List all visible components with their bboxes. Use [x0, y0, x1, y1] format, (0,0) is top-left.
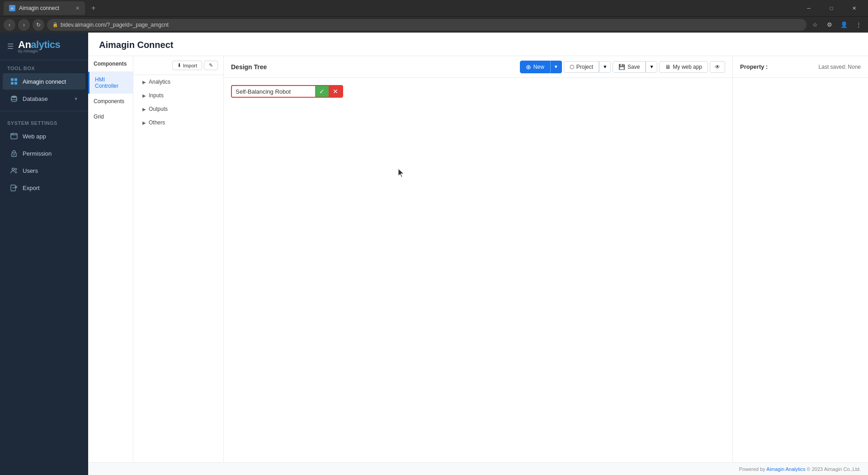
url-bar[interactable]: 🔒 bidev.aimagin.com/?_pageId=_page_amgcn…: [47, 19, 807, 31]
save-dropdown-btn[interactable]: ▼: [646, 61, 657, 73]
browser-chrome: A Aimagin connect ✕ + ─ □ ✕: [0, 0, 868, 16]
lock-icon: 🔒: [52, 22, 58, 27]
svg-point-11: [15, 168, 17, 170]
sidebar-label-permission: Permission: [23, 150, 52, 157]
svg-point-6: [12, 134, 13, 135]
sidebar-item-aimagin-connect[interactable]: Aimagin connect: [3, 73, 85, 90]
design-canvas: ✓ ✕: [224, 78, 732, 462]
tree-item-inputs[interactable]: ▶ Inputs: [133, 89, 223, 102]
close-btn[interactable]: ✕: [844, 0, 864, 16]
eye-icon: 👁: [715, 64, 720, 70]
bookmark-btn[interactable]: ☆: [809, 19, 821, 31]
components-panel: Components HMI Controller Components Gri…: [88, 56, 133, 462]
design-tree-header: Design Tree ⊕ New ▼: [224, 56, 732, 78]
sidebar-item-permission[interactable]: Permission: [3, 145, 85, 162]
minimize-btn[interactable]: ─: [798, 0, 819, 16]
tree-item-outputs[interactable]: ▶ Outputs: [133, 102, 223, 116]
extensions-btn[interactable]: ⚙: [824, 19, 835, 31]
system-settings-label: System settings: [0, 115, 88, 128]
sidebar-item-export[interactable]: Export: [3, 180, 85, 196]
panel-item-components[interactable]: Components: [88, 94, 133, 109]
new-btn-group: ⊕ New ▼: [520, 61, 562, 73]
footer-text: Powered by Aimagin Analytics © 2023 Aima…: [739, 466, 861, 472]
hamburger-icon[interactable]: ☰: [7, 42, 14, 51]
new-dropdown-btn[interactable]: ▼: [550, 61, 562, 73]
tab-favicon: A: [9, 5, 15, 11]
name-input-container: ✓ ✕: [231, 85, 343, 98]
tree-panel-actions: ⬇ Import ✎: [172, 61, 218, 70]
connect-icon: [10, 77, 18, 86]
svg-rect-2: [11, 82, 14, 85]
import-btn[interactable]: ⬇ Import: [172, 61, 202, 70]
svg-point-9: [14, 154, 15, 156]
save-btn[interactable]: 💾 Save: [613, 61, 646, 73]
project-btn-group: ⬡ Project ▼: [564, 61, 611, 73]
svg-point-10: [12, 168, 14, 171]
svg-point-4: [11, 96, 17, 98]
app-layout: ☰ Analytics by Aimagin Tool box: [0, 33, 868, 475]
tab-close-btn[interactable]: ✕: [75, 5, 80, 11]
address-row: ‹ › ↻ 🔒 bidev.aimagin.com/?_pageId=_page…: [0, 16, 868, 33]
svg-point-7: [13, 134, 14, 135]
others-arrow: ▶: [142, 120, 146, 125]
tree-item-analytics[interactable]: ▶ Analytics: [133, 75, 223, 89]
web-app-icon: [10, 132, 18, 140]
sidebar-label-database: Database: [23, 95, 48, 102]
sidebar-label-export: Export: [23, 185, 40, 191]
property-panel: Property : Last saved: None: [732, 56, 868, 462]
property-title: Property :: [740, 63, 768, 70]
save-icon: 💾: [618, 64, 625, 70]
preview-btn[interactable]: 👁: [710, 61, 725, 73]
sidebar-item-web-app[interactable]: Web app: [3, 128, 85, 144]
maximize-btn[interactable]: □: [821, 0, 842, 16]
brand-logo: Analytics by Aimagin: [18, 39, 60, 53]
analytics-arrow: ▶: [142, 80, 146, 85]
project-btn[interactable]: ⬡ Project: [564, 61, 599, 73]
users-icon: [10, 166, 18, 175]
sidebar-divider: [0, 111, 88, 111]
page-header: Aimagin Connect: [88, 33, 868, 56]
database-icon: [10, 95, 18, 103]
save-btn-group: 💾 Save ▼: [613, 61, 657, 73]
footer-company-link[interactable]: Aimagin Analytics: [766, 466, 805, 472]
sidebar-label-users: Users: [23, 167, 38, 174]
browser-tab[interactable]: A Aimagin connect ✕: [4, 1, 85, 15]
my-web-app-btn[interactable]: 🖥 My web app: [659, 61, 708, 73]
sidebar-item-users[interactable]: Users: [3, 162, 85, 179]
tree-panel: ⬇ Import ✎ ▶ Analytics ▶ Inputs: [133, 56, 224, 462]
sidebar-header: ☰ Analytics by Aimagin: [0, 33, 88, 60]
tree-item-others[interactable]: ▶ Others: [133, 116, 223, 129]
name-input-field[interactable]: [232, 86, 315, 97]
last-saved-text: Last saved: None: [819, 64, 861, 70]
svg-rect-1: [14, 78, 17, 81]
cursor-indicator: [398, 168, 405, 180]
menu-btn[interactable]: ⋮: [853, 19, 864, 31]
sidebar-label-aimagin-connect: Aimagin connect: [23, 78, 66, 85]
tab-title: Aimagin connect: [19, 5, 59, 11]
url-text: bidev.aimagin.com/?_pageId=_page_amgcnt: [61, 22, 169, 28]
refresh-btn[interactable]: ↻: [33, 19, 44, 31]
page-title: Aimagin Connect: [99, 40, 857, 50]
inputs-arrow: ▶: [142, 93, 146, 98]
forward-btn[interactable]: ›: [18, 19, 30, 31]
new-btn[interactable]: ⊕ New: [520, 61, 550, 73]
svg-rect-3: [14, 82, 17, 85]
name-cancel-btn[interactable]: ✕: [329, 86, 342, 97]
back-btn[interactable]: ‹: [4, 19, 15, 31]
profile-btn[interactable]: 👤: [838, 19, 850, 31]
footer: Powered by Aimagin Analytics © 2023 Aima…: [88, 462, 868, 475]
tree-panel-header: ⬇ Import ✎: [133, 56, 223, 75]
edit-btn[interactable]: ✎: [204, 61, 218, 70]
name-confirm-btn[interactable]: ✓: [315, 86, 329, 97]
toolbox-section-label: Tool box: [0, 60, 88, 73]
design-tree-actions: ⊕ New ▼ ⬡ Project ▼: [520, 61, 725, 73]
design-tree-area: Design Tree ⊕ New ▼: [224, 56, 732, 462]
sidebar-item-database[interactable]: Database ▼: [3, 90, 85, 107]
panel-item-grid[interactable]: Grid: [88, 109, 133, 124]
components-panel-header: Components: [88, 56, 133, 72]
sidebar: ☰ Analytics by Aimagin Tool box: [0, 33, 88, 475]
panel-item-hmi-controller[interactable]: HMI Controller: [88, 72, 133, 94]
project-dropdown-btn[interactable]: ▼: [599, 61, 611, 73]
new-tab-btn[interactable]: +: [89, 4, 98, 12]
window-controls: ─ □ ✕: [798, 0, 864, 16]
